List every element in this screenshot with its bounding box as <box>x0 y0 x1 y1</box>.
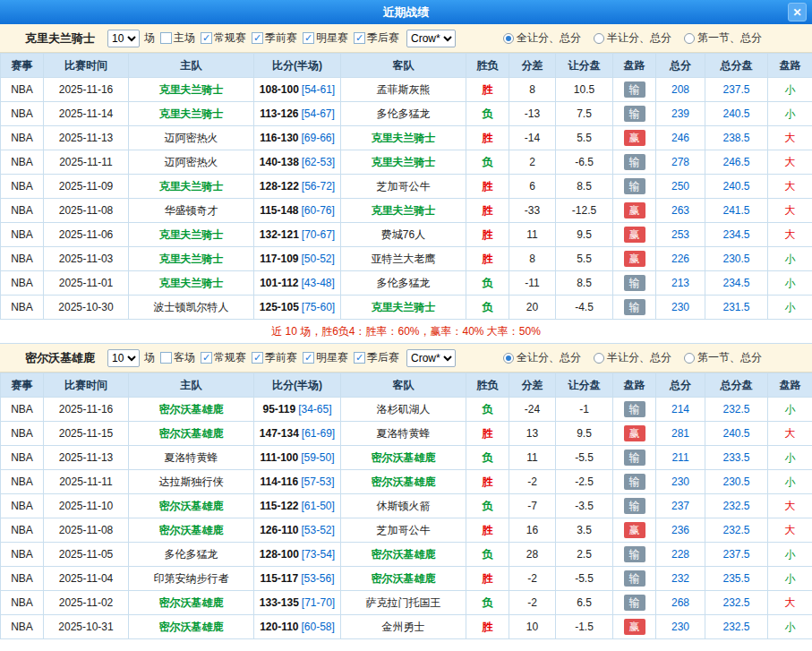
date-cell: 2025-11-16 <box>44 398 129 422</box>
home-team-name: 密尔沃基雄鹿 <box>159 621 224 633</box>
league-cell: NBA <box>1 543 44 567</box>
column-header: 让分盘 <box>556 373 613 398</box>
away-team-cell[interactable]: 休斯顿火箭 <box>341 494 466 518</box>
away-team-cell[interactable]: 金州勇士 <box>341 615 466 639</box>
win-loss-cell: 胜 <box>466 126 509 150</box>
radio-option-1[interactable]: 半让分、总分 <box>594 350 671 365</box>
away-team-cell[interactable]: 密尔沃基雄鹿 <box>341 567 466 591</box>
column-header: 盘路 <box>613 373 656 398</box>
home-team-cell[interactable]: 密尔沃基雄鹿 <box>129 615 254 639</box>
away-team-cell[interactable]: 夏洛特黄蜂 <box>341 422 466 446</box>
handicap-result-cell: 输 <box>613 102 656 126</box>
win-loss-cell: 胜 <box>466 422 509 446</box>
away-team-cell[interactable]: 芝加哥公牛 <box>341 518 466 543</box>
away-team-cell[interactable]: 多伦多猛龙 <box>341 102 466 126</box>
away-team-cell[interactable]: 克里夫兰骑士 <box>341 296 466 320</box>
radio-option-1[interactable]: 半让分、总分 <box>594 30 671 46</box>
league-cell: NBA <box>1 271 44 296</box>
away-team-cell[interactable]: 克里夫兰骑士 <box>341 126 466 150</box>
checkbox-checked-icon: ✓ <box>201 352 212 364</box>
away-team-name: 金州勇士 <box>382 621 425 633</box>
away-team-cell[interactable]: 克里夫兰骑士 <box>341 150 466 175</box>
filter-checkbox-1[interactable]: ✓常规赛 <box>201 30 246 46</box>
total-line-cell: 234.5 <box>705 271 768 296</box>
home-team-cell[interactable]: 迈阿密热火 <box>129 150 254 175</box>
game-count-select[interactable]: 10 <box>107 349 140 367</box>
away-team-cell[interactable]: 萨克拉门托国王 <box>341 591 466 615</box>
league-cell: NBA <box>1 175 44 199</box>
total-line-cell: 230.5 <box>705 470 768 494</box>
game-row: NBA2025-10-30波士顿凯尔特人125-105[75-60]克里夫兰骑士… <box>1 296 812 320</box>
handicap-result-badge: 输 <box>624 450 645 466</box>
away-team-cell[interactable]: 洛杉矶湖人 <box>341 398 466 422</box>
filter-checkbox-1[interactable]: ✓常规赛 <box>201 350 246 365</box>
home-team-cell[interactable]: 密尔沃基雄鹿 <box>129 591 254 615</box>
away-team-name: 克里夫兰骑士 <box>372 156 436 168</box>
away-team-cell[interactable]: 费城76人 <box>341 223 466 247</box>
home-team-cell[interactable]: 多伦多猛龙 <box>129 543 254 567</box>
away-team-cell[interactable]: 多伦多猛龙 <box>341 271 466 296</box>
bookmaker-select[interactable]: Crow* <box>406 349 456 367</box>
home-team-cell[interactable]: 克里夫兰骑士 <box>129 175 254 199</box>
filter-checkbox-4[interactable]: ✓季后赛 <box>354 30 399 46</box>
game-row: NBA2025-11-11迈阿密热火140-138[62-53]克里夫兰骑士负2… <box>1 150 812 175</box>
radio-unselected-icon <box>684 33 695 44</box>
total-line-cell: 232.5 <box>705 518 768 543</box>
home-team-cell[interactable]: 克里夫兰骑士 <box>129 78 254 102</box>
home-team-cell[interactable]: 达拉斯独行侠 <box>129 470 254 494</box>
away-team-cell[interactable]: 亚特兰大老鹰 <box>341 247 466 271</box>
radio-option-0[interactable]: 全让分、总分 <box>503 30 581 46</box>
filter-checkbox-4[interactable]: ✓季后赛 <box>354 350 399 365</box>
home-team-cell[interactable]: 密尔沃基雄鹿 <box>129 494 254 518</box>
half-time-score: [43-48] <box>302 277 335 289</box>
filter-checkbox-3[interactable]: ✓明星赛 <box>303 350 348 365</box>
over-under-cell: 大 <box>768 494 812 518</box>
away-team-cell[interactable]: 克里夫兰骑士 <box>341 199 466 223</box>
away-team-cell[interactable]: 密尔沃基雄鹿 <box>341 470 466 494</box>
radio-option-0[interactable]: 全让分、总分 <box>503 350 581 365</box>
bookmaker-select[interactable]: Crow* <box>406 30 456 47</box>
radio-option-2[interactable]: 第一节、总分 <box>684 30 762 46</box>
home-team-cell[interactable]: 印第安纳步行者 <box>129 567 254 591</box>
home-team-cell[interactable]: 密尔沃基雄鹿 <box>129 398 254 422</box>
home-team-cell[interactable]: 密尔沃基雄鹿 <box>129 518 254 543</box>
column-header: 比赛时间 <box>44 54 129 78</box>
away-team-cell[interactable]: 密尔沃基雄鹿 <box>341 446 466 470</box>
home-team-cell[interactable]: 波士顿凯尔特人 <box>129 296 254 320</box>
away-team-cell[interactable]: 密尔沃基雄鹿 <box>341 543 466 567</box>
column-header: 比分(半场) <box>254 373 341 398</box>
total-points-cell: 226 <box>656 247 705 271</box>
home-team-cell[interactable]: 迈阿密热火 <box>129 126 254 150</box>
filter-checkbox-0[interactable]: 主场 <box>160 30 195 46</box>
home-team-cell[interactable]: 华盛顿奇才 <box>129 199 254 223</box>
total-line-cell: 234.5 <box>705 223 768 247</box>
home-team-cell[interactable]: 克里夫兰骑士 <box>129 247 254 271</box>
home-team-cell[interactable]: 克里夫兰骑士 <box>129 271 254 296</box>
home-team-cell[interactable]: 夏洛特黄蜂 <box>129 446 254 470</box>
league-cell: NBA <box>1 446 44 470</box>
filter-checkbox-3[interactable]: ✓明星赛 <box>303 30 348 46</box>
radio-option-2[interactable]: 第一节、总分 <box>684 350 762 365</box>
game-count-select[interactable]: 10 <box>107 30 140 47</box>
close-button[interactable]: ✕ <box>788 3 807 21</box>
handicap-line-cell: 3.5 <box>556 518 613 543</box>
radio-label: 半让分、总分 <box>607 30 671 46</box>
score-cell: 113-126[54-67] <box>254 102 341 126</box>
home-team-cell[interactable]: 密尔沃基雄鹿 <box>129 422 254 446</box>
away-team-name: 费城76人 <box>381 228 425 241</box>
game-row: NBA2025-11-15密尔沃基雄鹿147-134[61-69]夏洛特黄蜂胜1… <box>1 422 812 446</box>
filter-checkbox-2[interactable]: ✓季前赛 <box>252 30 297 46</box>
over-under-cell: 大 <box>768 518 812 543</box>
home-team-cell[interactable]: 克里夫兰骑士 <box>129 102 254 126</box>
filter-checkbox-0[interactable]: 客场 <box>160 350 195 365</box>
filter-checkbox-2[interactable]: ✓季前赛 <box>252 350 297 365</box>
home-team-cell[interactable]: 克里夫兰骑士 <box>129 223 254 247</box>
away-team-cell[interactable]: 孟菲斯灰熊 <box>341 78 466 102</box>
radio-unselected-icon <box>594 353 604 364</box>
handicap-line-cell: 8.5 <box>556 175 613 199</box>
handicap-result-badge: 输 <box>624 570 645 587</box>
score-cell: 133-135[71-70] <box>254 591 341 615</box>
checkbox-checked-icon: ✓ <box>201 32 212 44</box>
total-line-cell: 240.5 <box>705 102 768 126</box>
away-team-cell[interactable]: 芝加哥公牛 <box>341 175 466 199</box>
